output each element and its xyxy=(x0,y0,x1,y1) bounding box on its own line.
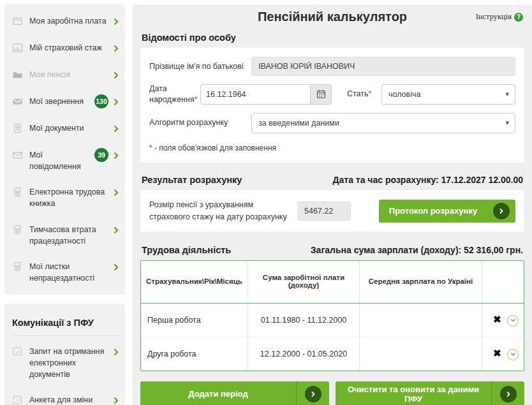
dob-gender-row: Дата народження* Стать* чоловіча ▾ xyxy=(149,84,515,105)
sidebar-item-salary[interactable]: Моя заробітна плата xyxy=(4,8,125,35)
actions-row: Додати період Очистити та оновити за дан… xyxy=(140,381,524,405)
expand-row-button[interactable] xyxy=(507,315,519,327)
delete-row-icon[interactable]: ✖ xyxy=(493,348,501,359)
help-icon: ? xyxy=(514,13,523,22)
page-title: Пенсійний калькулятор xyxy=(142,10,523,24)
chevron-right-icon xyxy=(114,151,119,162)
work-book-icon xyxy=(12,187,23,197)
dob-input[interactable] xyxy=(206,90,305,99)
avg-salary-cell xyxy=(360,304,482,337)
column-header-actions xyxy=(482,261,524,304)
sidebar-item-disability-sheets[interactable]: Мої листки непрацездатності xyxy=(4,254,125,291)
clear-and-refresh-label: Очистити та оновити за даними ПФУ xyxy=(336,385,491,404)
sidebar-item-electronic-work-book[interactable]: Електронна трудова книжка xyxy=(4,179,125,216)
mail-filled-icon xyxy=(12,96,23,107)
mail-outline-icon xyxy=(12,150,23,160)
chevron-down-icon: ▾ xyxy=(505,119,509,127)
algorithm-value: за введеними даними xyxy=(258,119,339,128)
period-range-cell: 12.12.2000 - 01.05.2020 xyxy=(248,337,359,370)
period-name-cell: Друга робота xyxy=(141,337,248,370)
messages-count-badge: 39 xyxy=(94,148,108,162)
sidebar-item-temporary-disability[interactable]: Тимчасова втрата працездатності xyxy=(4,217,125,254)
total-salary-text: Загальна сума зарплати (доходу): 52 316,… xyxy=(311,245,523,255)
document-icon xyxy=(12,123,23,133)
work-section-header: Трудова діяльність Загальна сума зарплат… xyxy=(133,239,532,260)
work-periods-table: Страхувальник\Рік\Місяць Сума заробітної… xyxy=(140,260,524,371)
required-fields-note: * - поля обов'язкові для заповнення xyxy=(149,144,515,152)
person-card: Прізвище ім'я по батькові Дата народженн… xyxy=(140,48,524,163)
result-card: Розмір пенсії з урахуванням страхового с… xyxy=(140,190,524,232)
algorithm-select[interactable]: за введеними даними ▾ xyxy=(251,113,515,133)
sidebar-item-label: Мої документи xyxy=(29,122,114,134)
sidebar-item-label: Електронна трудова книжка xyxy=(29,186,114,209)
sidebar-item-my-messages[interactable]: Мої повідомлення 39 xyxy=(4,142,125,179)
work-book-icon xyxy=(12,261,23,272)
gender-value: чоловіча xyxy=(388,90,420,99)
column-header-salary-sum: Сума заробітної плати (доходу) xyxy=(248,261,359,304)
chevron-right-icon xyxy=(114,124,119,135)
dob-label: Дата народження* xyxy=(149,84,191,105)
table-header-row: Страхувальник\Рік\Місяць Сума заробітної… xyxy=(141,261,524,304)
delete-row-icon[interactable]: ✖ xyxy=(493,314,501,325)
sidebar-item-my-pension[interactable]: Моя пенсія xyxy=(4,62,125,89)
sidebar-item-change-data-form[interactable]: Анкета для зміни даних в Реєстрі застрах… xyxy=(4,387,125,405)
pension-amount-field xyxy=(297,202,351,221)
sidebar-communications-panel: Комунікації з ПФУ Запит на отримання еле… xyxy=(4,304,125,405)
work-book-icon xyxy=(12,225,23,235)
arrow-right-icon xyxy=(305,386,321,402)
table-row: Друга робота 12.12.2000 - 01.05.2020 ✖ xyxy=(141,337,524,370)
pension-result-row: Розмір пенсії з урахуванням страхового с… xyxy=(149,199,515,223)
calculation-datetime: Дата та час розрахунку: 17.12.2027 12.00… xyxy=(333,175,523,185)
calendar-button[interactable] xyxy=(310,84,332,105)
sidebar-main-panel: Моя заробітна плата Мій страховий стаж xyxy=(4,4,125,295)
gender-select[interactable]: чоловіча ▾ xyxy=(381,84,515,105)
instruction-link[interactable]: Інструкція ? xyxy=(476,12,523,22)
algorithm-row: Алгоритм розрахунку за введеними даними … xyxy=(149,113,515,133)
sidebar-item-my-documents[interactable]: Мої документи xyxy=(4,115,125,142)
full-name-input xyxy=(258,62,508,71)
result-section-title: Результат розрахунку xyxy=(142,175,242,185)
sidebar-item-label: Мій страховий стаж xyxy=(29,42,114,54)
expand-row-button[interactable] xyxy=(507,349,519,360)
result-section-header: Результат розрахунку Дата та час розраху… xyxy=(133,169,532,190)
sidebar-item-insurance-record[interactable]: Мій страховий стаж xyxy=(4,35,125,62)
sidebar-item-label: Тимчасова втрата працездатності xyxy=(29,224,114,247)
row-actions-cell: ✖ xyxy=(482,304,524,337)
algorithm-label: Алгоритм розрахунку xyxy=(149,117,251,128)
sidebar-item-label: Анкета для зміни даних в Реєстрі застрах… xyxy=(29,394,114,405)
sidebar-item-request-edocuments[interactable]: Запит на отримання електронних документі… xyxy=(4,339,125,387)
chevron-right-icon xyxy=(114,17,119,28)
work-section-title: Трудова діяльність xyxy=(142,245,231,255)
sidebar-item-label: Моя пенсія xyxy=(29,69,114,80)
name-row: Прізвище ім'я по батькові xyxy=(149,57,515,76)
divider xyxy=(12,335,117,336)
add-period-button[interactable]: Додати період xyxy=(140,381,329,405)
add-period-label: Додати період xyxy=(140,389,296,399)
sidebar-item-label: Запит на отримання електронних документі… xyxy=(29,346,114,380)
dob-field[interactable] xyxy=(200,84,310,105)
sidebar-section-title: Комунікації з ПФУ xyxy=(4,307,125,335)
chart-icon xyxy=(12,43,23,53)
arrow-right-icon xyxy=(500,386,517,402)
protocol-button-label: Протокол розрахунку xyxy=(379,206,487,216)
chevron-right-icon xyxy=(114,188,119,199)
clear-and-refresh-button[interactable]: Очистити та оновити за даними ПФУ xyxy=(336,381,524,405)
request-document-icon xyxy=(12,346,23,357)
required-star: * xyxy=(149,144,152,152)
person-section-header: Відомості про особу xyxy=(133,27,532,48)
sidebar-item-label: Мої повідомлення xyxy=(29,149,94,172)
chevron-right-icon xyxy=(114,347,119,358)
avg-salary-cell xyxy=(360,337,482,370)
main-header: Пенсійний калькулятор Інструкція ? xyxy=(133,4,532,27)
chevron-down-icon: ▾ xyxy=(505,90,509,98)
instruction-label: Інструкція xyxy=(476,12,512,22)
person-section-title: Відомості про особу xyxy=(142,33,236,43)
wallet-icon xyxy=(12,16,23,26)
chevron-right-icon xyxy=(114,97,119,108)
form-icon xyxy=(12,395,23,405)
calendar-icon xyxy=(316,89,326,99)
table-row: Перша робота 01.11.1980 - 11.12.2000 ✖ xyxy=(141,304,524,337)
protocol-button[interactable]: Протокол розрахунку xyxy=(379,200,515,223)
column-header-avg-salary: Середня зарплата по Україні xyxy=(360,261,482,304)
sidebar-item-my-appeals[interactable]: Мої звернення 130 xyxy=(4,89,125,115)
